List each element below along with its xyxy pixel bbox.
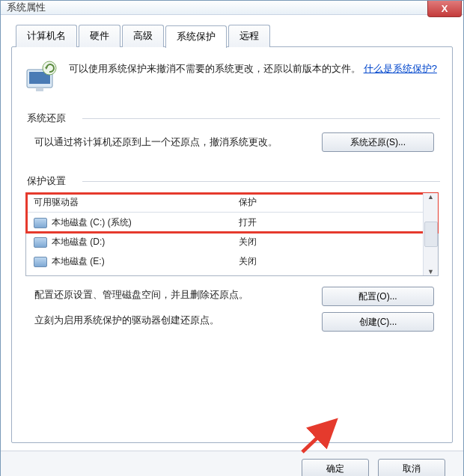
restore-description: 可以通过将计算机还原到上一个还原点，撤消系统更改。 [34,134,307,150]
tab-system-protection[interactable]: 系统保护 [165,25,227,48]
create-description: 立刻为启用系统保护的驱动器创建还原点。 [34,312,307,329]
ok-button[interactable]: 确定 [302,459,369,476]
scroll-thumb[interactable] [424,222,438,247]
tab-advanced[interactable]: 高级 [122,25,164,47]
system-properties-window: 系统属性 X 计算机名 硬件 高级 系统保护 远程 [0,0,464,476]
column-status: 保护 [236,196,423,209]
scrollbar[interactable]: ▲ ▼ [423,193,438,275]
drive-row[interactable]: 本地磁盘 (C:) (系统) 打开 [26,213,438,232]
titlebar: 系统属性 X [1,1,463,15]
drive-list[interactable]: 可用驱动器 保护 本地磁盘 (C:) (系统) 打开 [25,192,439,276]
cancel-button[interactable]: 取消 [378,459,445,476]
dialog-footer: 确定 取消 [1,451,463,476]
tab-remote[interactable]: 远程 [228,25,270,47]
drive-list-header: 可用驱动器 保护 [26,193,438,213]
intro-section: 可以使用系统保护来撤消不需要的系统更改，还原以前版本的文件。 什么是系统保护? [24,61,440,94]
window-title: 系统属性 [7,1,46,14]
configure-button[interactable]: 配置(O)... [322,287,434,306]
drive-row[interactable]: 本地磁盘 (D:) 关闭 [26,232,438,251]
configure-description: 配置还原设置、管理磁盘空间，并且删除还原点。 [34,287,307,303]
arrow-annotation-icon [298,418,343,455]
group-label-restore: 系统还原 [24,112,69,125]
close-icon: X [442,3,448,14]
system-restore-group: 系统还原 可以通过将计算机还原到上一个还原点，撤消系统更改。 系统还原(S)..… [24,112,440,159]
tab-hardware[interactable]: 硬件 [79,25,120,47]
protection-settings-group: 保护设置 可用驱动器 保护 [24,174,440,332]
svg-rect-2 [36,88,43,91]
intro-text: 可以使用系统保护来撤消不需要的系统更改，还原以前版本的文件。 什么是系统保护? [69,61,437,94]
scroll-up-icon[interactable]: ▲ [424,193,438,201]
system-protection-icon [24,61,60,94]
drive-icon [34,237,47,248]
drive-icon [34,257,47,267]
drive-row[interactable]: 本地磁盘 (E:) 关闭 [26,251,438,271]
system-restore-button[interactable]: 系统还原(S)... [322,132,434,152]
tab-container: 计算机名 硬件 高级 系统保护 远程 [11,24,453,443]
close-button[interactable]: X [427,1,462,17]
drive-icon [34,218,47,228]
tab-panel: 可以使用系统保护来撤消不需要的系统更改，还原以前版本的文件。 什么是系统保护? … [11,46,453,443]
create-button[interactable]: 创建(C)... [322,312,434,332]
group-label-protection: 保护设置 [24,174,69,188]
what-is-system-protection-link[interactable]: 什么是系统保护? [364,63,437,74]
scroll-down-icon[interactable]: ▼ [424,268,438,275]
column-drive: 可用驱动器 [26,196,236,209]
tab-computer-name[interactable]: 计算机名 [16,25,77,47]
